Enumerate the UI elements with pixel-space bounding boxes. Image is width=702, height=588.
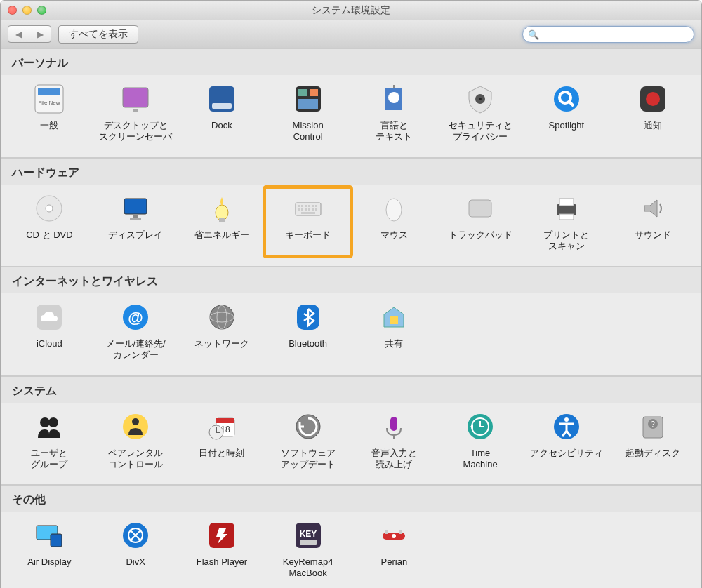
pref-label: 通知: [644, 120, 662, 131]
search-icon: 🔍: [528, 29, 539, 39]
section-header-hardware: ハードウェア: [1, 158, 701, 185]
svg-rect-87: [399, 530, 402, 534]
pref-label: 音声入力と 読み上げ: [371, 448, 417, 471]
svg-rect-25: [130, 218, 141, 220]
section-header-system: システム: [1, 376, 701, 403]
pref-keyboard[interactable]: キーボード: [265, 187, 351, 257]
svg-rect-36: [301, 208, 303, 211]
pref-keyremap4macbook[interactable]: KEY KeyRemap4 MacBook: [265, 514, 351, 584]
pref-displays[interactable]: ディスプレイ: [93, 187, 179, 257]
pref-sharing[interactable]: 共有: [351, 296, 437, 366]
pref-mail-contacts-calendars[interactable]: @ メール/連絡先/ カレンダー: [93, 296, 179, 366]
pref-flash-player[interactable]: Flash Player: [179, 514, 265, 584]
svg-rect-38: [308, 208, 310, 211]
sound-icon: [636, 192, 670, 225]
air-display-icon: [32, 519, 66, 552]
pref-label: 日付と時刻: [199, 448, 244, 459]
pref-label: ユーザと グループ: [31, 448, 67, 471]
pref-time-machine[interactable]: Time Machine: [437, 406, 524, 475]
svg-rect-9: [310, 89, 318, 96]
pref-parental-controls[interactable]: ペアレンタル コントロール: [93, 406, 179, 475]
pref-language-text[interactable]: 言語と テキスト: [351, 78, 437, 147]
pref-bluetooth[interactable]: Bluetooth: [265, 296, 351, 366]
pref-sound[interactable]: サウンド: [609, 187, 696, 257]
svg-rect-60: [216, 418, 234, 423]
pref-software-update[interactable]: ソフトウェア アップデート: [265, 406, 351, 475]
dictation-icon: [377, 410, 411, 443]
svg-rect-8: [298, 89, 307, 96]
zoom-button[interactable]: [37, 6, 46, 15]
pref-label: Dock: [211, 120, 232, 131]
pref-spotlight[interactable]: Spotlight: [524, 78, 610, 147]
section-header-internet: インターネットとワイヤレス: [1, 267, 701, 293]
minimize-button[interactable]: [22, 6, 32, 15]
svg-point-20: [646, 92, 660, 106]
svg-point-42: [386, 199, 402, 221]
svg-rect-32: [308, 205, 310, 207]
pref-label: 起動ディスク: [625, 448, 680, 459]
pref-label: 一般: [40, 120, 58, 131]
pref-label: ディスプレイ: [108, 229, 163, 241]
svg-rect-30: [301, 205, 303, 207]
search-input[interactable]: [522, 26, 694, 43]
pref-divx[interactable]: DivX: [93, 514, 179, 584]
titlebar: システム環境設定: [1, 1, 701, 20]
software-update-icon: [291, 410, 325, 443]
pref-label: Bluetooth: [289, 338, 327, 349]
svg-rect-33: [312, 205, 314, 207]
parental-controls-icon: [119, 410, 152, 443]
back-button[interactable]: ◀: [8, 26, 29, 42]
show-all-button[interactable]: すべてを表示: [58, 25, 138, 44]
pref-notifications[interactable]: 通知: [609, 78, 696, 147]
network-icon: [205, 300, 239, 334]
svg-rect-66: [390, 417, 397, 431]
pref-label: マウス: [380, 229, 408, 241]
svg-point-73: [564, 417, 569, 422]
pref-startup-disk[interactable]: ? 起動ディスク: [609, 406, 696, 475]
close-button[interactable]: [8, 6, 17, 15]
svg-text:?: ?: [651, 420, 655, 428]
traffic-lights: [1, 6, 46, 15]
pref-cd-dvd[interactable]: CD と DVD: [6, 187, 93, 257]
pref-general[interactable]: File New 一般: [6, 78, 93, 147]
pref-users-groups[interactable]: ユーザと グループ: [6, 406, 93, 475]
nav-buttons: ◀ ▶: [8, 25, 51, 43]
mission-control-icon: [291, 82, 325, 116]
svg-rect-84: [300, 540, 317, 545]
forward-button[interactable]: ▶: [29, 26, 51, 42]
divx-icon: [119, 519, 152, 552]
pref-print-scan[interactable]: プリントと スキャン: [524, 187, 610, 257]
pref-security-privacy[interactable]: セキュリティと プライバシー: [437, 78, 524, 147]
pref-mission-control[interactable]: Mission Control: [265, 78, 351, 147]
pref-energy-saver[interactable]: 省エネルギー: [179, 187, 265, 257]
pref-label: トラックパッド: [449, 229, 512, 241]
pref-accessibility[interactable]: アクセシビリティ: [524, 406, 610, 475]
mouse-icon: [377, 192, 411, 225]
search-field-wrap: 🔍: [522, 26, 694, 43]
pref-mouse[interactable]: マウス: [351, 187, 437, 257]
pref-label: 共有: [385, 338, 403, 349]
pref-date-time[interactable]: 18 日付と時刻: [179, 406, 265, 475]
pref-perian[interactable]: Perian: [351, 514, 437, 584]
pref-air-display[interactable]: Air Display: [6, 514, 93, 584]
pref-label: KeyRemap4 MacBook: [283, 556, 333, 580]
section-header-other: その他: [1, 485, 701, 512]
pref-label: キーボード: [285, 229, 331, 241]
cd-dvd-icon: [32, 192, 66, 225]
spotlight-icon: [550, 82, 583, 116]
users-groups-icon: [32, 410, 66, 443]
svg-rect-54: [390, 316, 398, 324]
pref-desktop-screensaver[interactable]: デスクトップと スクリーンセーバ: [93, 78, 179, 147]
pref-dictation-speech[interactable]: 音声入力と 読み上げ: [351, 406, 437, 475]
pref-dock[interactable]: Dock: [179, 78, 265, 147]
time-machine-icon: [463, 410, 497, 443]
icloud-icon: [32, 300, 66, 334]
pref-icloud[interactable]: iCloud: [6, 296, 93, 366]
pref-trackpad[interactable]: トラックパッド: [437, 187, 524, 257]
pref-label: ペアレンタル コントロール: [108, 448, 163, 471]
pref-label: Spotlight: [549, 120, 585, 131]
pref-label: DivX: [126, 556, 145, 568]
pref-network[interactable]: ネットワーク: [179, 296, 265, 366]
svg-point-15: [479, 98, 482, 100]
flash-player-icon: [205, 519, 239, 552]
